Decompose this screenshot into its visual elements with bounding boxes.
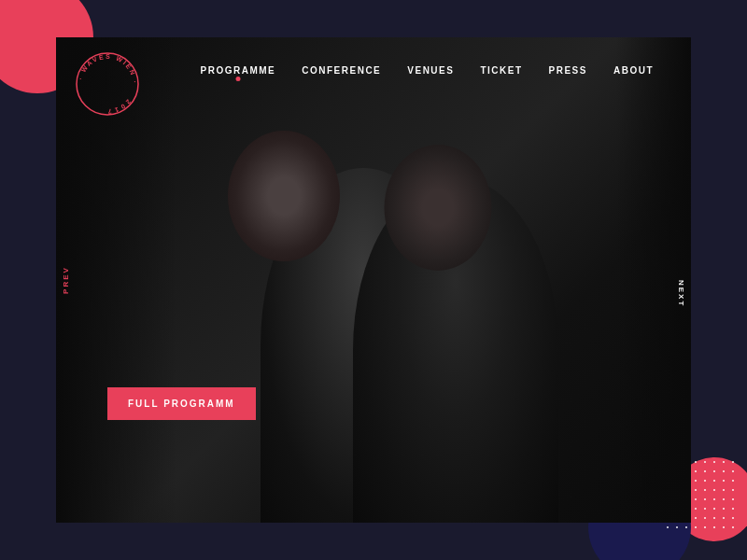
nav-item-programme[interactable]: PROGRAMME	[201, 65, 276, 76]
nav-item-venues[interactable]: VENUES	[407, 65, 454, 76]
prev-button[interactable]: PREV	[62, 266, 70, 294]
nav-item-ticket[interactable]: TICKET	[480, 65, 522, 76]
nav-items-list: PROGRAMME CONFERENCE VENUES TICKET PRESS…	[201, 65, 654, 76]
nav-item-about[interactable]: ABOUT	[613, 65, 654, 76]
main-container: · WAVES WIEN · 2017 PROGRAMME CONFERENCE…	[56, 37, 691, 523]
active-indicator	[235, 77, 240, 81]
next-button[interactable]: NEXT	[677, 280, 685, 307]
hero-image	[56, 37, 691, 523]
cta-full-programm-button[interactable]: FULL PROGRAMM	[107, 387, 256, 420]
main-nav: PROGRAMME CONFERENCE VENUES TICKET PRESS…	[56, 37, 691, 103]
figure-left-head	[228, 131, 340, 261]
nav-item-press[interactable]: PRESS	[549, 65, 587, 76]
figure-right-head	[385, 145, 492, 271]
nav-item-conference[interactable]: CONFERENCE	[302, 65, 381, 76]
